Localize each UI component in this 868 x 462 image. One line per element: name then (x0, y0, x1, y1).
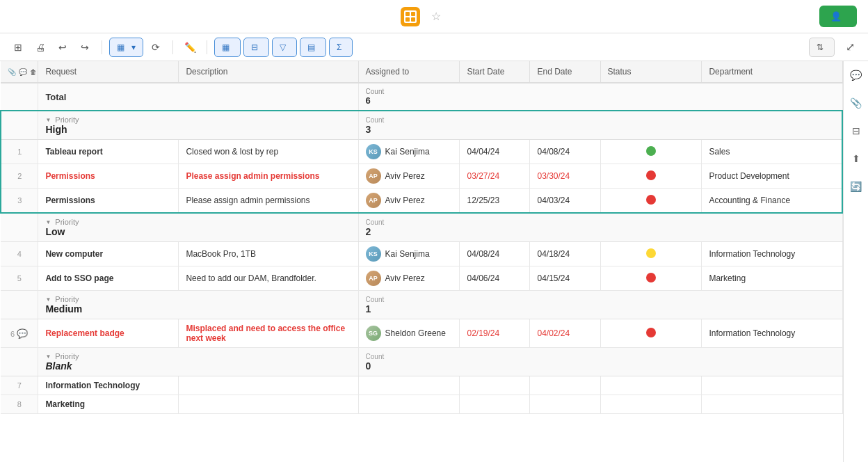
col-header-dept[interactable]: Department (702, 61, 842, 83)
row-start-date: 12/25/23 (460, 189, 530, 214)
row-request-cell[interactable]: Permissions (38, 189, 179, 214)
total-count-cell: Count 6 (358, 83, 842, 111)
analytics-icon[interactable]: 🔄 (848, 178, 865, 195)
upload-icon[interactable]: ⬆ (848, 150, 865, 167)
row-status-cell (600, 164, 702, 189)
chat-icon[interactable]: 💬 (848, 67, 865, 83)
group-header: ▼ Priority High Count 3 (1, 111, 842, 140)
col-header-assigned[interactable]: Assigned to (358, 61, 460, 83)
row-department-cell: Accounting & Finance (702, 189, 842, 214)
grid-view-btn[interactable]: ▦ ▾ (109, 38, 143, 57)
group-count-cell: Count 3 (358, 111, 842, 140)
main-layout: 📎 💬 🗑 Request Description Assigned to St… (0, 61, 868, 462)
group-title-cell: ▼ Priority Low (38, 213, 358, 242)
undo-btn[interactable]: ↩ (53, 38, 72, 57)
row-num-cell: 5 (1, 266, 38, 291)
right-panel: 💬 📎 ⊟ ⬆ 🔄 (843, 61, 868, 462)
status-dot (646, 328, 656, 337)
sort-icon: ⇅ (817, 42, 823, 52)
assignee-name: Aviv Perez (385, 171, 425, 181)
row-number: 8 (17, 400, 22, 408)
row-description-cell[interactable] (179, 395, 358, 414)
group-num-cell (1, 348, 38, 376)
priority-text: Priority (55, 218, 79, 226)
app-icon (401, 7, 420, 26)
divider-3 (207, 40, 207, 54)
row-request-cell[interactable]: Information Technology (38, 376, 179, 395)
row-start-date: 04/04/24 (460, 140, 530, 164)
row-description-cell[interactable]: Please assign admin permissions (179, 189, 358, 214)
favorite-icon[interactable]: ☆ (431, 10, 441, 23)
row-assignee-cell: AP Aviv Perez (358, 164, 460, 189)
group-count-cell: Count 2 (358, 213, 842, 242)
sheet-btn[interactable]: ▦ (214, 38, 241, 57)
status-dot (646, 195, 656, 205)
table-row: 2 Permissions Please assign admin permis… (1, 164, 842, 189)
total-label-cell: Total (38, 83, 358, 111)
print-icon-btn[interactable]: 🖨 (31, 38, 50, 57)
row-description-cell[interactable]: Misplaced and need to access the office … (179, 319, 358, 348)
row-status-cell (600, 395, 702, 414)
assignee-cell: KS Kai Senjima (366, 144, 453, 159)
row-description: Closed won & lost by rep (186, 147, 278, 157)
row-department-cell (702, 395, 842, 414)
row-request-cell[interactable]: Add to SSO page (38, 266, 179, 291)
assignee-cell: KS Kai Senjima (366, 246, 453, 262)
refresh-btn[interactable]: ⟳ (146, 38, 166, 57)
row-end-date: 04/03/24 (530, 189, 600, 214)
row-description-cell[interactable]: Need to add our DAM, Brandfolder. (179, 266, 358, 291)
columns-btn[interactable]: ⊟ (243, 38, 269, 57)
row-request: Replacement badge (45, 328, 124, 338)
group-count-label: Count (366, 218, 835, 226)
status-dot (646, 248, 656, 258)
filter-btn[interactable]: ▽ (272, 38, 297, 57)
group-btn[interactable]: ▤ (300, 38, 326, 57)
row-request-cell[interactable]: Marketing (38, 395, 179, 414)
col-header-status[interactable]: Status (600, 61, 702, 83)
table-row: 1 Tableau report Closed won & lost by re… (1, 140, 842, 164)
row-request-cell[interactable]: New computer (38, 242, 179, 266)
total-num-cell (1, 83, 38, 111)
row-request-cell[interactable]: Replacement badge (38, 319, 179, 348)
row-end-date: 04/08/24 (530, 140, 600, 164)
sheet-icon: ▦ (222, 42, 230, 52)
row-description: Please assign admin permissions (186, 196, 310, 205)
pencil-btn[interactable]: ✏️ (180, 38, 200, 57)
col-header-request[interactable]: Request (38, 61, 179, 83)
assignee-name: Sheldon Greene (385, 328, 446, 338)
row-department-cell: Sales (702, 140, 842, 164)
row-comment-icon: 💬 (17, 328, 28, 339)
row-description: MacBook Pro, 1TB (186, 249, 256, 259)
row-start-date (460, 376, 530, 395)
row-description-cell[interactable]: Closed won & lost by rep (179, 140, 358, 164)
group-count-value: 0 (366, 360, 835, 372)
triangle-icon: ▼ (45, 117, 51, 123)
group-title: Medium (45, 303, 351, 314)
sort-btn[interactable]: ⇅ (809, 38, 835, 57)
assignee-cell: AP Aviv Perez (366, 271, 453, 286)
redo-btn[interactable]: ↪ (75, 38, 95, 57)
summaries-btn[interactable]: Σ (329, 38, 353, 57)
row-start-date: 03/27/24 (460, 164, 530, 189)
expand-btn[interactable]: ⤢ (840, 38, 860, 57)
share-button[interactable]: 👤 (819, 6, 857, 27)
col-header-end[interactable]: End Date (530, 61, 600, 83)
top-bar-center: ☆ (401, 7, 441, 26)
grid-icon-btn[interactable]: ⊞ (8, 38, 28, 57)
row-description-cell[interactable] (179, 376, 358, 395)
share-icon: 👤 (830, 11, 842, 22)
row-request: Tableau report (45, 147, 102, 157)
top-bar: ☆ 👤 (0, 0, 868, 33)
col-header-start[interactable]: Start Date (460, 61, 530, 83)
row-description: Please assign admin permissions (186, 171, 319, 181)
row-request: Add to SSO page (45, 273, 113, 283)
status-dot (646, 273, 656, 282)
link-icon[interactable]: 📎 (848, 95, 865, 111)
row-description-cell[interactable]: MacBook Pro, 1TB (179, 242, 358, 266)
row-assignee-cell (358, 376, 460, 395)
layers-icon[interactable]: ⊟ (848, 122, 865, 139)
col-header-description[interactable]: Description (179, 61, 358, 83)
row-request-cell[interactable]: Tableau report (38, 140, 179, 164)
row-description-cell[interactable]: Please assign admin permissions (179, 164, 358, 189)
row-request-cell[interactable]: Permissions (38, 164, 179, 189)
